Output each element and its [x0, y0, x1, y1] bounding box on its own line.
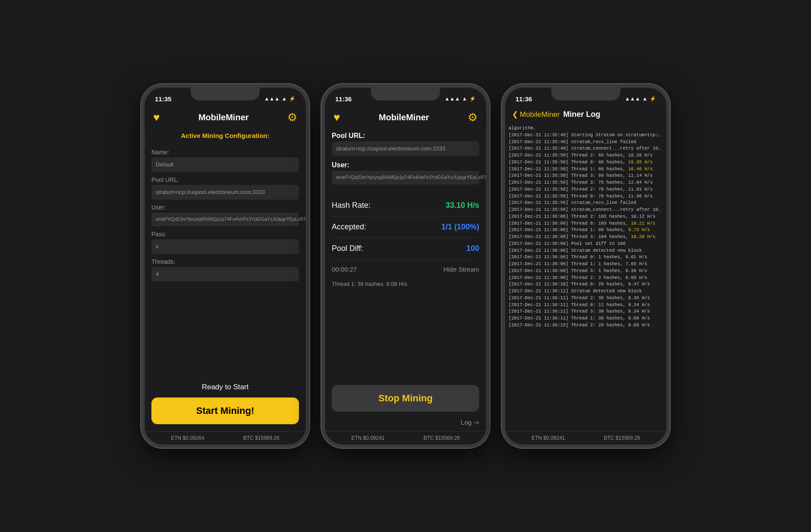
log-line: [2017-Dec-21 11:35:56] stratum_connect..… — [509, 207, 663, 213]
back-label: MobileMiner — [520, 110, 560, 119]
heart-icon-2[interactable]: ♥ — [333, 111, 340, 124]
ticker-bar-2: ETN $0.09241 BTC $15569.26 — [325, 431, 486, 444]
gear-icon-1[interactable]: ⚙ — [287, 111, 297, 124]
gear-icon-2[interactable]: ⚙ — [468, 111, 478, 124]
battery-icon-1: ⚡ — [289, 96, 295, 102]
ticker-bar-3: ETN $0.09241 BTC $15569.26 — [505, 431, 666, 444]
status-bar-1: 11:35 ▲▲▲ ▲ ⚡ — [145, 88, 306, 106]
hash-rate-label: Hash Rate: — [332, 201, 371, 210]
user-value-2: etnkFVQd23mYpcyrpj9X6ifQp1p74Fv4VePz3YdG… — [332, 171, 479, 184]
log-line: algorithm. — [509, 125, 663, 132]
status-bar-2: 11:36 ▲▲▲ ▲ ⚡ — [325, 88, 486, 106]
log-line: [2017-Dec-21 11:36:11] Thread 2: 39 hash… — [509, 295, 663, 302]
btc-ticker-1: BTC $15569.26 — [243, 435, 280, 441]
back-button[interactable]: ❮ MobileMiner — [512, 110, 560, 119]
phone-1: 11:35 ▲▲▲ ▲ ⚡ ♥ MobileMiner ⚙ Active Min… — [141, 84, 309, 448]
name-label: Name: — [151, 149, 299, 156]
wifi-icon-1: ▲ — [282, 96, 287, 102]
screen-3: ❮ MobileMiner Miner Log algorithm.[2017-… — [505, 106, 666, 444]
screen-1: ♥ MobileMiner ⚙ Active Mining Configurat… — [145, 106, 306, 444]
log-line: [2017-Dec-21 11:35:56] Thread 3: 75 hash… — [509, 179, 663, 186]
status-icons-2: ▲▲▲ ▲ ⚡ — [444, 96, 476, 102]
phones-container: 11:35 ▲▲▲ ▲ ⚡ ♥ MobileMiner ⚙ Active Min… — [141, 84, 670, 448]
status-icons-3: ▲▲▲ ▲ ⚡ — [625, 96, 656, 102]
log-line: [2017-Dec-21 11:36:11] Thread 0: 11 hash… — [509, 302, 663, 309]
pool-url-label-2: Pool URL: — [332, 132, 479, 140]
accepted-row: Accepted: 1/1 (100%) — [332, 216, 479, 238]
log-line: [2017-Dec-21 11:36:06] Thread 3: 1 hashe… — [509, 268, 663, 275]
log-line: [2017-Dec-21 11:36:06] Pool set diff to … — [509, 241, 663, 247]
pass-value-1: x — [151, 239, 299, 254]
log-line: [2017-Dec-21 11:36:06] Thread 1: 1 hashe… — [509, 261, 663, 268]
log-content[interactable]: algorithm.[2017-Dec-21 11:35:46] Startin… — [505, 123, 666, 431]
log-line: [2017-Dec-21 11:35:50] Thread 0: 66 hash… — [509, 159, 663, 166]
pool-diff-row: Pool Diff: 100 — [332, 238, 479, 260]
wifi-icon-2: ▲ — [462, 96, 467, 102]
thread-text: Thread 1: 38 hashes, 8.08 H/s — [332, 279, 479, 289]
name-value: Default — [151, 157, 299, 172]
hash-rate-value: 33.10 H/s — [446, 201, 479, 210]
screen-2: ♥ MobileMiner ⚙ Pool URL: stratum+tcp://… — [325, 106, 486, 444]
log-line: [2017-Dec-21 11:35:50] Thread 1: 66 hash… — [509, 166, 663, 173]
hide-stream-button[interactable]: Hide Stream — [443, 266, 479, 273]
stop-mining-button[interactable]: Stop Mining — [332, 385, 479, 412]
log-line: [2017-Dec-21 11:36:06] Thread 2: 2 hashe… — [509, 275, 663, 282]
timer-row: 00:00:27 Hide Stream — [332, 260, 479, 279]
etn-ticker-2: ETN $0.09241 — [351, 435, 384, 441]
stats-section-2: Hash Rate: 33.10 H/s Accepted: 1/1 (100%… — [325, 188, 486, 296]
pool-diff-label: Pool Diff: — [332, 244, 363, 253]
time-1: 11:35 — [155, 95, 171, 103]
user-label-2: User: — [332, 161, 479, 169]
time-3: 11:36 — [516, 95, 532, 103]
section-title-1: Active Mining Configuration: — [151, 128, 299, 144]
log-line: [2017-Dec-21 11:35:50] Thread 3: 69 hash… — [509, 172, 663, 179]
app-header-2: ♥ MobileMiner ⚙ — [325, 106, 486, 128]
user-value-1: etnkFVQd23mYpcyrpj9X6ifQp1p74Fv4VePz3YdG… — [151, 213, 299, 226]
start-mining-button[interactable]: Start Mining! — [151, 397, 299, 424]
threads-value-1: 4 — [151, 267, 299, 282]
btc-ticker-2: BTC $15569.26 — [424, 435, 460, 441]
screen-content-1: Active Mining Configuration: Name: Defau… — [145, 128, 306, 376]
user-label-1: User: — [151, 204, 299, 211]
log-line: [2017-Dec-21 11:35:46] stratum_connect..… — [509, 145, 663, 152]
threads-label-1: Threads: — [151, 258, 299, 265]
log-line: [2017-Dec-21 11:36:06] Stratum detected … — [509, 247, 663, 254]
log-line: [2017-Dec-21 11:36:11] Stratum detected … — [509, 288, 663, 295]
pool-section-2: Pool URL: stratum+tcp://uspool.electrone… — [325, 128, 486, 185]
signal-icon-1: ▲▲▲ — [264, 96, 280, 102]
battery-icon-3: ⚡ — [650, 96, 656, 102]
pool-diff-value: 100 — [466, 244, 479, 253]
app-title-1: MobileMiner — [198, 113, 249, 122]
pool-url-value-1: stratum+tcp://uspool.electroneum.com:333… — [151, 185, 299, 200]
log-line: [2017-Dec-21 11:36:06] Thread 2: 102 has… — [509, 213, 663, 220]
accepted-value: 1/1 (100%) — [441, 222, 479, 232]
heart-icon-1[interactable]: ♥ — [153, 111, 160, 124]
time-2: 11:36 — [335, 95, 352, 103]
ticker-bar-1: ETN $0.09264 BTC $15569.26 — [145, 431, 306, 444]
log-line: [2017-Dec-21 11:36:06] Thread 1: 99 hash… — [509, 227, 663, 234]
bottom-section-1: Ready to Start Start Mining! — [145, 376, 306, 431]
wifi-icon-3: ▲ — [642, 96, 648, 102]
status-icons-1: ▲▲▲ ▲ ⚡ — [264, 96, 295, 102]
log-line: [2017-Dec-21 11:35:46] stratum_recv_line… — [509, 139, 663, 146]
log-line: [2017-Dec-21 11:36:15] Thread 2: 29 hash… — [509, 322, 663, 329]
log-line: [2017-Dec-21 11:35:46] Starting Stratum … — [509, 132, 663, 139]
etn-ticker-1: ETN $0.09264 — [171, 435, 204, 441]
log-line: [2017-Dec-21 11:36:06] Thread 3: 104 has… — [509, 234, 663, 241]
pass-label-1: Pass: — [151, 231, 299, 238]
log-line: [2017-Dec-21 11:36:10] Thread 0: 29 hash… — [509, 281, 663, 288]
battery-icon-2: ⚡ — [469, 96, 476, 102]
accepted-label: Accepted: — [332, 222, 366, 232]
app-header-1: ♥ MobileMiner ⚙ — [145, 106, 306, 128]
pool-url-value-2: stratum+tcp://uspool.electroneum.com:333… — [332, 141, 479, 156]
phone-2: 11:36 ▲▲▲ ▲ ⚡ ♥ MobileMiner ⚙ Pool URL: … — [321, 84, 490, 448]
hash-rate-row: Hash Rate: 33.10 H/s — [332, 195, 479, 216]
log-title: Miner Log — [563, 110, 600, 119]
log-link[interactable]: Log -> — [325, 419, 486, 431]
log-line: [2017-Dec-21 11:36:06] Thread 0: 1 hashe… — [509, 254, 663, 261]
pool-url-label-1: Pool URL: — [151, 176, 299, 183]
app-title-2: MobileMiner — [379, 113, 429, 122]
etn-ticker-3: ETN $0.09241 — [531, 435, 565, 441]
log-line: [2017-Dec-21 11:36:11] Thread 3: 39 hash… — [509, 308, 663, 315]
chevron-left-icon: ❮ — [512, 110, 518, 119]
